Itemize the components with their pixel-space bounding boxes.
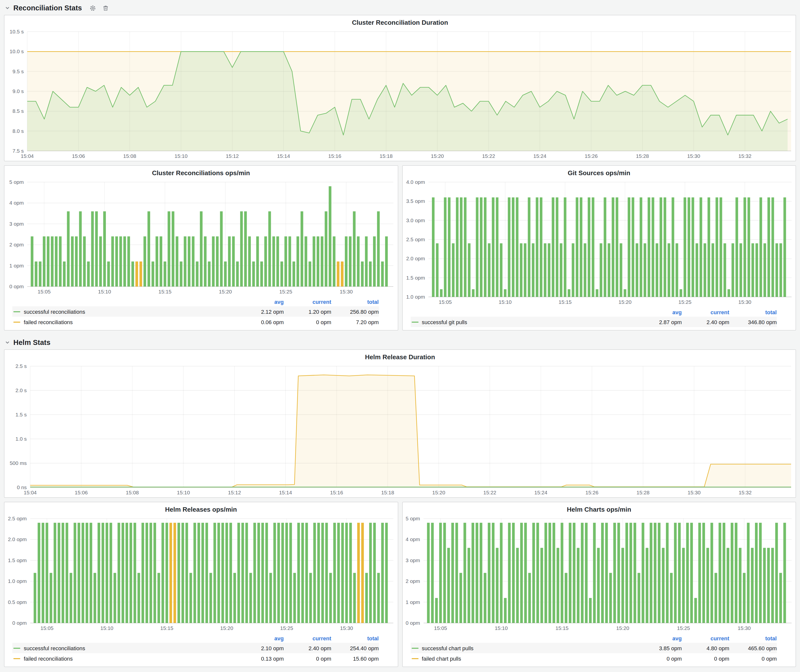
- panel-title[interactable]: Helm Releases ops/min: [5, 502, 398, 514]
- svg-text:2.0 opm: 2.0 opm: [8, 536, 27, 542]
- legend-row-successful-reconciliations[interactable]: successful reconciliations 2.12 opm 1.20…: [12, 306, 379, 317]
- legend-row-failed-reconciliations[interactable]: failed reconciliations 0.06 opm 0 opm 7.…: [12, 317, 379, 327]
- svg-text:8.0 s: 8.0 s: [12, 128, 24, 134]
- series-color-swatch: [13, 322, 20, 322]
- svg-text:15:10: 15:10: [494, 625, 507, 631]
- chevron-down-icon[interactable]: [5, 340, 10, 345]
- panel-git-sources-opm: Git Sources ops/min 1.0 opm1.5 opm2.0 op…: [402, 165, 796, 331]
- svg-text:0.5 opm: 0.5 opm: [8, 599, 27, 605]
- svg-text:0 ns: 0 ns: [17, 485, 27, 490]
- legend-col-avg[interactable]: avg: [634, 309, 682, 315]
- svg-text:2.0 s: 2.0 s: [15, 387, 27, 393]
- svg-text:1.0 opm: 1.0 opm: [8, 578, 27, 584]
- legend-label[interactable]: successful git pulls: [422, 319, 634, 325]
- helm-releases-opm-chart[interactable]: 0 opm0.5 opm1.0 opm1.5 opm2.0 opm2.5 opm…: [5, 514, 398, 633]
- legend-label[interactable]: successful chart pulls: [422, 645, 634, 651]
- legend-row-successful-git-pulls[interactable]: successful git pulls 2.87 opm 2.40 opm 3…: [410, 317, 777, 327]
- chevron-down-icon[interactable]: [5, 5, 10, 10]
- legend-current-value: 0 opm: [682, 655, 729, 661]
- cluster-reconciliations-opm-chart[interactable]: 0 opm1 opm2 opm3 opm4 opm5 opm15:0515:10…: [5, 177, 398, 296]
- chart-svg: 1.0 opm1.5 opm2.0 opm2.5 opm3.0 opm3.5 o…: [402, 177, 796, 307]
- svg-text:1 opm: 1 opm: [10, 263, 24, 269]
- panel-title[interactable]: Helm Release Duration: [5, 350, 795, 361]
- svg-text:15:04: 15:04: [21, 153, 34, 159]
- series-color-swatch: [13, 648, 20, 648]
- dashboard: Reconciliation Stats Cluster Reconciliat…: [0, 0, 800, 672]
- helm-charts-opm-chart[interactable]: 0 opm1 opm2 opm3 opm4 opm5 opm15:0515:10…: [402, 514, 795, 633]
- legend-total-value: 346.80 opm: [729, 319, 777, 325]
- svg-text:15:25: 15:25: [279, 289, 293, 294]
- legend-col-total[interactable]: total: [331, 635, 379, 641]
- gear-icon[interactable]: [89, 5, 96, 11]
- trash-icon[interactable]: [102, 5, 109, 11]
- legend-col-current[interactable]: current: [682, 309, 729, 315]
- svg-text:15:10: 15:10: [174, 153, 188, 159]
- legend-label[interactable]: successful reconciliations: [24, 309, 236, 314]
- legend-col-current[interactable]: current: [284, 299, 331, 305]
- cluster-reconciliation-duration-chart[interactable]: 7.5 s8.0 s8.5 s9.0 s9.5 s10.0 s10.5 s15:…: [5, 27, 795, 161]
- legend-total-value: 15.60 opm: [331, 655, 379, 661]
- legend-current-value: 4.80 opm: [682, 645, 729, 651]
- legend-avg-value: 0 opm: [634, 655, 682, 661]
- svg-text:15:25: 15:25: [280, 625, 293, 631]
- legend: avg current total successful reconciliat…: [5, 296, 398, 330]
- svg-text:15:24: 15:24: [533, 153, 546, 159]
- legend-label[interactable]: successful reconciliations: [24, 645, 236, 651]
- chart-svg: 0 ns500 ms1.0 s1.5 s2.0 s2.5 s15:0415:06…: [5, 361, 795, 497]
- legend-col-avg[interactable]: avg: [236, 635, 284, 641]
- svg-text:1 opm: 1 opm: [405, 599, 420, 605]
- svg-text:3 opm: 3 opm: [10, 221, 24, 227]
- legend-label[interactable]: failed reconciliations: [24, 319, 236, 325]
- legend-col-avg[interactable]: avg: [634, 635, 682, 641]
- row-reconciliation-charts: Cluster Reconciliations ops/min 0 opm1 o…: [4, 165, 796, 331]
- svg-text:2.5 opm: 2.5 opm: [406, 237, 425, 242]
- svg-text:15:15: 15:15: [158, 289, 172, 294]
- legend-col-current[interactable]: current: [284, 635, 331, 641]
- legend-row-failed-chart-pulls[interactable]: failed chart pulls 0 opm 0 opm 0 opm: [410, 653, 777, 664]
- legend-col-total[interactable]: total: [331, 299, 379, 305]
- svg-text:3 opm: 3 opm: [405, 557, 420, 563]
- svg-text:1.5 s: 1.5 s: [15, 412, 27, 418]
- legend-label[interactable]: failed reconciliations: [24, 655, 236, 661]
- panel-title[interactable]: Helm Charts ops/min: [402, 502, 795, 514]
- helm-release-duration-chart[interactable]: 0 ns500 ms1.0 s1.5 s2.0 s2.5 s15:0415:06…: [5, 361, 795, 497]
- svg-text:15:10: 15:10: [498, 299, 512, 305]
- svg-text:9.0 s: 9.0 s: [12, 88, 24, 94]
- svg-text:15:05: 15:05: [38, 289, 51, 294]
- legend-header: avg current total: [12, 634, 379, 643]
- svg-text:15:28: 15:28: [637, 490, 650, 495]
- svg-text:15:26: 15:26: [586, 490, 598, 495]
- svg-text:2.5 opm: 2.5 opm: [8, 516, 27, 521]
- git-sources-opm-chart[interactable]: 1.0 opm1.5 opm2.0 opm2.5 opm3.0 opm3.5 o…: [402, 177, 795, 307]
- series-color-swatch: [411, 648, 418, 648]
- legend-col-avg[interactable]: avg: [236, 299, 284, 305]
- legend-row-successful-reconciliations[interactable]: successful reconciliations 2.10 opm 2.40…: [12, 643, 379, 653]
- legend-label[interactable]: failed chart pulls: [422, 655, 634, 661]
- svg-text:15:08: 15:08: [123, 153, 136, 159]
- row-helm-charts: Helm Releases ops/min 0 opm0.5 opm1.0 op…: [4, 502, 796, 667]
- svg-text:15:18: 15:18: [381, 490, 394, 495]
- svg-text:15:28: 15:28: [636, 153, 649, 159]
- legend-row-failed-reconciliations[interactable]: failed reconciliations 0.13 opm 0 opm 15…: [12, 653, 379, 664]
- legend-current-value: 2.40 opm: [284, 645, 331, 651]
- svg-text:15:24: 15:24: [534, 490, 547, 495]
- panel-title[interactable]: Git Sources ops/min: [402, 166, 795, 177]
- svg-text:15:16: 15:16: [328, 153, 341, 159]
- legend-col-total[interactable]: total: [729, 309, 777, 315]
- section-title[interactable]: Helm Stats: [13, 338, 50, 346]
- svg-text:15:14: 15:14: [277, 153, 290, 159]
- svg-text:15:10: 15:10: [98, 289, 111, 294]
- svg-text:15:20: 15:20: [219, 289, 232, 294]
- legend-row-successful-chart-pulls[interactable]: successful chart pulls 3.85 opm 4.80 opm…: [410, 643, 777, 653]
- section-title[interactable]: Reconciliation Stats: [13, 4, 82, 12]
- panel-title[interactable]: Cluster Reconciliations ops/min: [5, 166, 398, 177]
- svg-text:15:04: 15:04: [24, 490, 37, 495]
- legend-col-total[interactable]: total: [729, 635, 777, 641]
- legend-col-current[interactable]: current: [682, 635, 729, 641]
- svg-text:15:05: 15:05: [438, 299, 452, 305]
- svg-text:2 opm: 2 opm: [405, 578, 420, 584]
- legend-current-value: 0 opm: [284, 655, 331, 661]
- legend-avg-value: 3.85 opm: [634, 645, 682, 651]
- panel-title[interactable]: Cluster Reconciliation Duration: [5, 15, 795, 27]
- svg-text:4 opm: 4 opm: [405, 536, 420, 542]
